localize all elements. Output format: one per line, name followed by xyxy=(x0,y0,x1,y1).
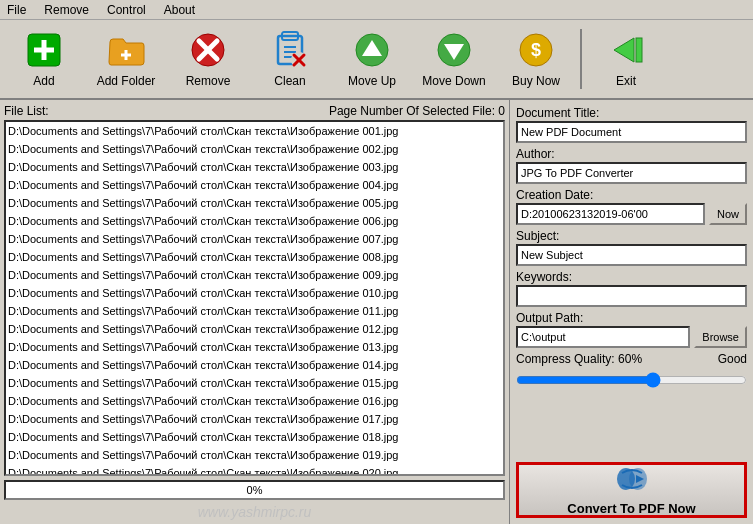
list-item[interactable]: D:\Documents and Settings\7\Рабочий стол… xyxy=(6,212,503,230)
progress-bar: 0% xyxy=(4,480,505,500)
svg-text:$: $ xyxy=(531,40,541,60)
list-item[interactable]: D:\Documents and Settings\7\Рабочий стол… xyxy=(6,338,503,356)
buy-now-button[interactable]: $ Buy Now xyxy=(496,23,576,95)
list-item[interactable]: D:\Documents and Settings\7\Рабочий стол… xyxy=(6,284,503,302)
add-folder-button[interactable]: Add Folder xyxy=(86,23,166,95)
creation-date-input[interactable] xyxy=(516,203,705,225)
right-panel: Document Title: Author: Creation Date: N… xyxy=(510,100,753,524)
quality-slider-container xyxy=(516,372,747,388)
creation-date-section: Creation Date: Now xyxy=(516,188,747,225)
output-path-input[interactable] xyxy=(516,326,690,348)
compress-quality-right: Good xyxy=(718,352,747,366)
list-item[interactable]: D:\Documents and Settings\7\Рабочий стол… xyxy=(6,446,503,464)
move-up-icon xyxy=(352,30,392,70)
buy-now-icon: $ xyxy=(516,30,556,70)
list-item[interactable]: D:\Documents and Settings\7\Рабочий стол… xyxy=(6,410,503,428)
document-title-section: Document Title: xyxy=(516,106,747,143)
list-item[interactable]: D:\Documents and Settings\7\Рабочий стол… xyxy=(6,320,503,338)
file-list-label: File List: xyxy=(4,104,49,118)
exit-icon xyxy=(606,30,646,70)
toolbar-separator xyxy=(580,29,582,89)
list-item[interactable]: D:\Documents and Settings\7\Рабочий стол… xyxy=(6,266,503,284)
output-path-row: Browse xyxy=(516,326,747,348)
now-button[interactable]: Now xyxy=(709,203,747,225)
menu-control[interactable]: Control xyxy=(104,2,149,18)
list-item[interactable]: D:\Documents and Settings\7\Рабочий стол… xyxy=(6,248,503,266)
menu-remove[interactable]: Remove xyxy=(41,2,92,18)
browse-button[interactable]: Browse xyxy=(694,326,747,348)
compress-quality-row: Compress Quality: 60% Good xyxy=(516,352,747,366)
menu-about[interactable]: About xyxy=(161,2,198,18)
creation-date-row: Now xyxy=(516,203,747,225)
list-item[interactable]: D:\Documents and Settings\7\Рабочий стол… xyxy=(6,122,503,140)
convert-button[interactable]: Convert To PDF Now xyxy=(516,462,747,518)
exit-button[interactable]: Exit xyxy=(586,23,666,95)
move-down-button[interactable]: Move Down xyxy=(414,23,494,95)
document-title-label: Document Title: xyxy=(516,106,747,120)
list-item[interactable]: D:\Documents and Settings\7\Рабочий стол… xyxy=(6,176,503,194)
convert-button-label: Convert To PDF Now xyxy=(567,501,695,516)
left-panel: File List: Page Number Of Selected File:… xyxy=(0,100,510,524)
svg-marker-22 xyxy=(614,38,634,62)
progress-area: 0% www.yashmirpc.ru xyxy=(4,480,505,520)
quality-slider[interactable] xyxy=(516,372,747,388)
progress-text: 0% xyxy=(247,484,263,496)
file-list-header: File List: Page Number Of Selected File:… xyxy=(4,104,505,118)
keywords-section: Keywords: xyxy=(516,270,747,307)
creation-date-label: Creation Date: xyxy=(516,188,747,202)
add-folder-icon xyxy=(106,30,146,70)
toolbar: Add Add Folder Remove xyxy=(0,20,753,100)
list-item[interactable]: D:\Documents and Settings\7\Рабочий стол… xyxy=(6,374,503,392)
list-item[interactable]: D:\Documents and Settings\7\Рабочий стол… xyxy=(6,140,503,158)
clean-icon xyxy=(270,30,310,70)
watermark: www.yashmirpc.ru xyxy=(4,504,505,520)
move-up-button[interactable]: Move Up xyxy=(332,23,412,95)
remove-button[interactable]: Remove xyxy=(168,23,248,95)
main-area: File List: Page Number Of Selected File:… xyxy=(0,100,753,524)
menu-bar: File Remove Control About xyxy=(0,0,753,20)
file-list[interactable]: D:\Documents and Settings\7\Рабочий стол… xyxy=(4,120,505,476)
add-button[interactable]: Add xyxy=(4,23,84,95)
list-item[interactable]: D:\Documents and Settings\7\Рабочий стол… xyxy=(6,302,503,320)
clean-button[interactable]: Clean xyxy=(250,23,330,95)
list-item[interactable]: D:\Documents and Settings\7\Рабочий стол… xyxy=(6,158,503,176)
list-item[interactable]: D:\Documents and Settings\7\Рабочий стол… xyxy=(6,230,503,248)
author-label: Author: xyxy=(516,147,747,161)
author-section: Author: xyxy=(516,147,747,184)
add-icon xyxy=(24,30,64,70)
page-number-label: Page Number Of Selected File: 0 xyxy=(329,104,505,118)
output-path-section: Output Path: Browse xyxy=(516,311,747,348)
list-item[interactable]: D:\Documents and Settings\7\Рабочий стол… xyxy=(6,464,503,476)
convert-icon xyxy=(616,465,648,499)
subject-input[interactable] xyxy=(516,244,747,266)
menu-file[interactable]: File xyxy=(4,2,29,18)
list-item[interactable]: D:\Documents and Settings\7\Рабочий стол… xyxy=(6,356,503,374)
output-path-label: Output Path: xyxy=(516,311,747,325)
keywords-label: Keywords: xyxy=(516,270,747,284)
move-down-icon xyxy=(434,30,474,70)
remove-icon xyxy=(188,30,228,70)
svg-rect-23 xyxy=(636,38,642,62)
list-item[interactable]: D:\Documents and Settings\7\Рабочий стол… xyxy=(6,428,503,446)
keywords-input[interactable] xyxy=(516,285,747,307)
author-input[interactable] xyxy=(516,162,747,184)
compress-quality-label: Compress Quality: 60% xyxy=(516,352,642,366)
list-item[interactable]: D:\Documents and Settings\7\Рабочий стол… xyxy=(6,392,503,410)
document-title-input[interactable] xyxy=(516,121,747,143)
subject-section: Subject: xyxy=(516,229,747,266)
list-item[interactable]: D:\Documents and Settings\7\Рабочий стол… xyxy=(6,194,503,212)
subject-label: Subject: xyxy=(516,229,747,243)
